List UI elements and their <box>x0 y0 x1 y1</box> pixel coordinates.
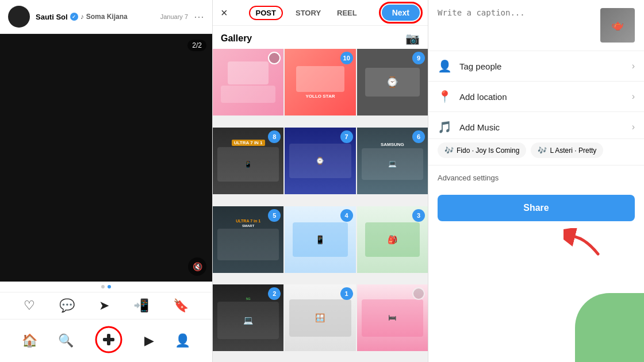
bottom-nav: 🏠 🔍 ▶ 👤 <box>0 319 212 362</box>
gallery-title: Gallery <box>221 33 252 44</box>
bookmark-icon[interactable]: 🔖 <box>173 298 189 313</box>
svg-rect-2 <box>107 334 110 345</box>
music-chip-2-label: L Asteri · Pretty <box>550 147 596 155</box>
grid-cell-6[interactable]: SAMSUNG 💻 6 <box>357 128 428 194</box>
whatsapp-icon[interactable]: 📲 <box>133 298 149 313</box>
gallery-header: Gallery 📷 <box>213 26 428 49</box>
post-username: Sauti Sol ✓ ♪ Soma Kijana <box>36 13 155 21</box>
image-counter: 2/2 <box>187 40 206 51</box>
tag-people-row[interactable]: 👤 Tag people › <box>428 51 644 82</box>
next-button[interactable]: Next <box>382 5 420 21</box>
comment-icon[interactable]: 💬 <box>59 298 75 313</box>
dot-2 <box>108 285 111 288</box>
share-button[interactable]: Share <box>438 195 635 221</box>
dot-1 <box>101 285 105 288</box>
cell-3-badge: 9 <box>412 52 425 64</box>
add-button-wrapper <box>94 325 123 356</box>
profile-icon[interactable]: 👤 <box>175 333 190 348</box>
gallery-grid: YOLLO STAR 10 ⌚ 9 ULTRA 7 IN 1 📱 8 <box>213 49 428 362</box>
tab-reel[interactable]: REEL <box>334 6 361 20</box>
mute-button[interactable]: 🔇 <box>188 257 206 276</box>
right-panel: 🫖 👤 Tag people › 📍 Add location › 🎵 Add … <box>428 0 644 362</box>
search-nav-icon[interactable]: 🔍 <box>58 333 74 348</box>
music-chip-2[interactable]: 🎶 L Asteri · Pretty <box>531 143 603 158</box>
green-blob-decoration <box>575 293 644 362</box>
cell-2-badge: 10 <box>340 52 353 64</box>
caption-input[interactable] <box>438 8 593 43</box>
post-header: Sauti Sol ✓ ♪ Soma Kijana January 7 ⋯ <box>0 0 212 34</box>
home-icon[interactable]: 🏠 <box>22 333 37 348</box>
tab-bar: POST STORY REEL <box>249 6 361 20</box>
add-music-label: Add Music <box>459 122 632 132</box>
close-button[interactable]: × <box>221 6 228 20</box>
username-text: Sauti Sol <box>36 13 68 21</box>
cell-11-badge: 1 <box>340 287 353 300</box>
preview-thumbnail: 🫖 <box>600 8 635 43</box>
camera-icon[interactable]: 📷 <box>405 32 420 45</box>
share-area: Share <box>428 190 644 257</box>
grid-cell-8[interactable]: 📱 4 <box>285 206 355 273</box>
cell-4-badge: 8 <box>268 130 281 143</box>
middle-panel: × POST STORY REEL Next Gallery 📷 YOLLO S… <box>213 0 428 362</box>
music-chip-1[interactable]: 🎶 Fido · Joy Is Coming <box>438 143 526 158</box>
waveform-icon-1: 🎶 <box>444 146 454 155</box>
music-chips: 🎶 Fido · Joy Is Coming 🎶 L Asteri · Pret… <box>428 139 644 165</box>
cell-6-badge: 6 <box>412 130 425 143</box>
cell-7-badge: 5 <box>268 209 281 222</box>
grid-cell-10[interactable]: 5G 💻 2 <box>213 284 283 351</box>
cell-5-badge: 7 <box>340 130 353 143</box>
grid-cell-2[interactable]: YOLLO STAR 10 <box>285 49 355 115</box>
tab-post[interactable]: POST <box>249 6 283 20</box>
tab-story[interactable]: STORY <box>292 6 324 20</box>
tag-people-chevron: › <box>632 61 635 71</box>
share-icon[interactable]: ➤ <box>99 298 109 313</box>
grid-cell-4[interactable]: ULTRA 7 IN 1 📱 8 <box>213 128 283 194</box>
post-image: 2/2 🔇 <box>0 34 212 282</box>
music-icon: 🎵 <box>438 120 454 134</box>
song-text: Soma Kijana <box>86 13 128 21</box>
waveform-icon-2: 🎶 <box>538 146 547 155</box>
arrow-svg <box>564 228 610 257</box>
bottom-area <box>428 257 644 362</box>
grid-cell-5[interactable]: ⌚ 7 <box>285 128 355 194</box>
grid-cell-9[interactable]: 🎒 3 <box>357 206 428 273</box>
verified-badge: ✓ <box>70 13 78 21</box>
preview-thumb-inner: 🫖 <box>600 8 635 43</box>
grid-cell-7[interactable]: ULTRA 7 in 1 SMART 5 <box>213 206 283 273</box>
red-arrow <box>428 226 644 257</box>
music-header-row: 🎵 Add Music › <box>428 112 644 139</box>
music-chip-1-label: Fido · Joy Is Coming <box>457 147 519 155</box>
tag-people-icon: 👤 <box>438 59 454 73</box>
cell-9-badge: 3 <box>412 209 425 222</box>
left-panel: Sauti Sol ✓ ♪ Soma Kijana January 7 ⋯ 2/… <box>0 0 213 362</box>
reels-icon[interactable]: ▶ <box>144 333 154 348</box>
heart-icon[interactable]: ♡ <box>24 298 35 313</box>
cell-8-badge: 4 <box>340 209 353 222</box>
add-location-label: Add location <box>459 92 632 102</box>
more-button[interactable]: ⋯ <box>194 10 204 23</box>
grid-cell-11[interactable]: 🪟 1 <box>285 284 355 351</box>
post-image-black <box>0 34 212 282</box>
right-top: 🫖 <box>428 0 644 51</box>
gallery-topbar: × POST STORY REEL Next <box>213 0 428 26</box>
advanced-settings-label: Advanced settings <box>438 174 499 182</box>
dots-indicator <box>0 282 212 292</box>
advanced-settings[interactable]: Advanced settings <box>428 165 644 190</box>
music-note: ♪ <box>80 13 84 21</box>
grid-cell-12[interactable]: 🛏 <box>357 284 428 351</box>
grid-cell-1[interactable] <box>213 49 283 115</box>
tag-people-label: Tag people <box>459 61 632 71</box>
grid-cell-3[interactable]: ⌚ 9 <box>357 49 428 115</box>
add-music-chevron: › <box>632 122 635 132</box>
location-icon: 📍 <box>438 90 454 103</box>
post-date: January 7 <box>160 13 188 20</box>
post-meta: Sauti Sol ✓ ♪ Soma Kijana <box>36 13 155 21</box>
add-button-circle[interactable] <box>94 325 123 354</box>
bottom-actions: ♡ 💬 ➤ 📲 🔖 <box>0 292 212 319</box>
avatar <box>8 6 30 28</box>
add-location-chevron: › <box>632 91 635 102</box>
add-location-row[interactable]: 📍 Add location › <box>428 82 644 112</box>
